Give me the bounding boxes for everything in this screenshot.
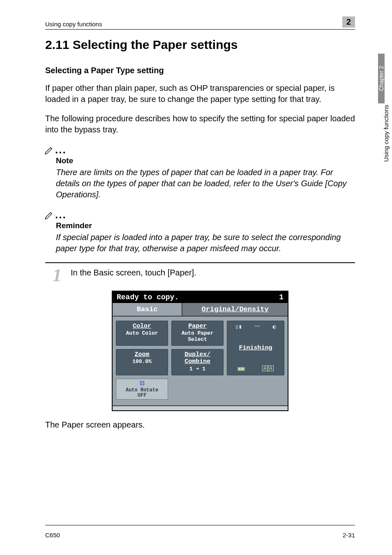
section-title: 2.11 Selecting the Paper settings (45, 38, 355, 52)
note-marker-icon: ... (44, 143, 355, 156)
color-header: Color (117, 323, 167, 330)
step-row: 1 In the Basic screen, touch [Paper]. (45, 267, 355, 287)
running-head: Using copy functions 2 (45, 16, 355, 28)
tab-original-density[interactable]: Original/Density (182, 303, 288, 316)
note-body-2: If special paper is loaded into a paper … (56, 232, 355, 254)
step-number: 1 (45, 267, 62, 287)
paper-header: Paper (173, 323, 222, 330)
finishing-top-icons: ▯▮ 〰 ◐ (229, 324, 282, 330)
color-button[interactable]: Color Auto Color (116, 321, 168, 346)
subheading: Selecting a Paper Type setting (45, 66, 355, 75)
finishing-bottom-icons: ▣▣ 🄰🄰 (229, 365, 282, 372)
page-icon (140, 381, 144, 385)
footer-rule (45, 525, 355, 525)
panel-copy-count: 1 (279, 293, 284, 301)
body-paragraph-2: The following procedure describes how to… (45, 113, 355, 135)
footer-row: C650 2-31 (45, 532, 355, 539)
duplex-header: Duplex/ Combine (173, 351, 222, 365)
finishing-button[interactable]: ▯▮ 〰 ◐ Finishing ▣▣ 🄰🄰 (227, 321, 284, 375)
zoom-value: 100.0% (117, 359, 167, 365)
chapter-badge: 2 (342, 16, 355, 28)
side-thumb-tab: Chapter 2 (378, 53, 392, 103)
note-block-1: ... Note There are limits on the types o… (45, 143, 355, 200)
body-paragraph-1: If paper other than plain paper, such as… (45, 83, 355, 105)
step-after-text: The Paper screen appears. (45, 419, 355, 430)
note-marker-icon-2: ... (44, 208, 355, 221)
panel-footer-strip (113, 405, 288, 410)
pages-icon: 🄰🄰 (262, 365, 274, 372)
device-panel-wrap: Ready to copy. 1 Basic Original/Density … (45, 291, 355, 411)
pencil-icon (44, 210, 54, 220)
panel-body: Color Auto Color Paper Auto Paper Select… (113, 317, 288, 405)
duplex-combine-button[interactable]: Duplex/ Combine 1 ➜ 1 (171, 349, 224, 375)
auto-rotate-button[interactable]: Auto Rotate OFF (116, 379, 168, 400)
tab-basic[interactable]: Basic (113, 303, 182, 316)
auto-rotate-label: Auto Rotate OFF (126, 387, 158, 398)
head-rule (45, 29, 355, 30)
running-head-left: Using copy functions (45, 21, 102, 28)
fold-icon: 〰 (254, 324, 260, 330)
step-separator (45, 262, 355, 263)
color-value: Auto Color (117, 331, 167, 337)
side-tab-label: Chapter 2 (378, 53, 385, 103)
note-title-1: Note (56, 156, 355, 165)
footer-left: C650 (45, 532, 60, 539)
footer-right: 2-31 (343, 532, 355, 539)
page: Using copy functions 2 2.11 Selecting th… (0, 0, 392, 555)
booklet-icon: ◐ (272, 324, 276, 330)
note-title-2: Reminder (56, 221, 355, 230)
ellipsis-icon: ... (55, 208, 67, 221)
side-vertical-label: Using copy functions (383, 105, 390, 162)
staple-icon: ▯▮ (235, 324, 242, 330)
pencil-icon (44, 146, 54, 155)
paper-button[interactable]: Paper Auto Paper Select (171, 321, 224, 346)
panel-titlebar: Ready to copy. 1 (113, 291, 288, 303)
zoom-header: Zoom (117, 351, 167, 358)
panel-status-text: Ready to copy. (117, 293, 179, 301)
panel-tabs: Basic Original/Density (113, 303, 288, 317)
duplex-value: 1 ➜ 1 (173, 366, 222, 372)
stack-icon: ▣▣ (238, 365, 244, 372)
step-text: In the Basic screen, touch [Paper]. (71, 267, 196, 278)
note-block-2: ... Reminder If special paper is loaded … (45, 208, 355, 254)
device-panel: Ready to copy. 1 Basic Original/Density … (112, 291, 288, 411)
note-body-1: There are limits on the types of paper t… (56, 167, 355, 200)
paper-value: Auto Paper Select (173, 331, 222, 343)
ellipsis-icon: ... (55, 143, 67, 156)
finishing-label: Finishing (229, 345, 282, 352)
zoom-button[interactable]: Zoom 100.0% (116, 349, 168, 375)
